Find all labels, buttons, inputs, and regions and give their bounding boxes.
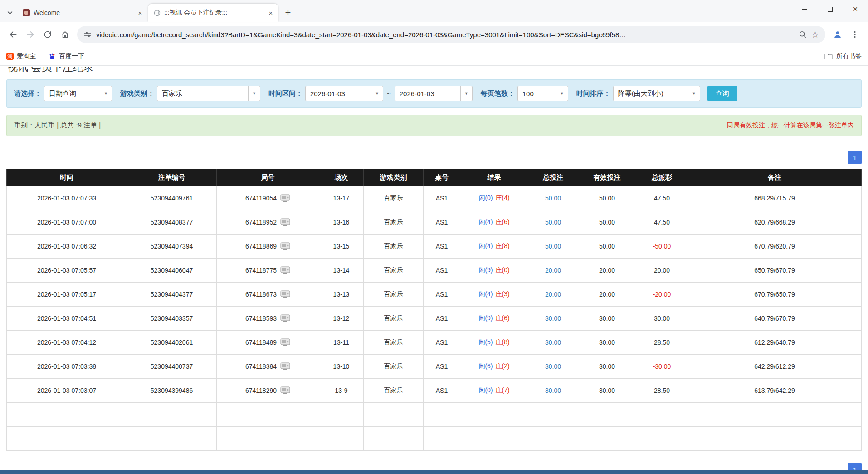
player-result: 闲(6) — [478, 362, 493, 370]
query-type-select[interactable]: 日期查询 ▼ — [44, 86, 112, 101]
total-bet-link[interactable]: 50.00 — [545, 219, 561, 226]
tab-search-button[interactable] — [3, 4, 17, 22]
bet-table-body: 2026-01-03 07:07:33 523094409761 6741190… — [7, 186, 862, 403]
video-replay-icon[interactable] — [280, 314, 290, 323]
cell-payout: -30.00 — [636, 355, 688, 379]
profile-button[interactable] — [829, 26, 846, 43]
cell-session: 13-15 — [319, 235, 364, 259]
maximize-button[interactable] — [817, 0, 843, 18]
bookmark-baidu[interactable]: 百度一下 — [49, 52, 84, 60]
reload-button[interactable] — [39, 26, 56, 43]
cell-bet-id: 523094400737 — [127, 355, 217, 379]
video-replay-icon[interactable] — [280, 242, 290, 250]
video-replay-icon[interactable] — [280, 338, 290, 347]
cell-result: 闲(9)庄(6) — [460, 307, 528, 331]
grand-total-payout: 102.00 — [636, 427, 688, 451]
table-row: 2026-01-03 07:07:33 523094409761 6741190… — [7, 186, 862, 210]
date-end-input[interactable]: 2026-01-03 ▼ — [395, 86, 473, 101]
total-bet-link[interactable]: 30.00 — [545, 363, 561, 370]
cell-table-no: AS1 — [424, 331, 460, 355]
player-result: 闲(9) — [478, 266, 493, 274]
tab-close-icon[interactable]: × — [136, 9, 144, 17]
cell-time: 2026-01-03 07:05:17 — [7, 283, 127, 307]
cell-time: 2026-01-03 07:07:00 — [7, 210, 127, 235]
video-replay-icon[interactable] — [280, 290, 290, 298]
menu-button[interactable] — [846, 26, 863, 43]
game-category-select[interactable]: 百家乐 ▼ — [157, 86, 260, 101]
cell-total-bet: 30.00 — [528, 307, 578, 331]
video-replay-icon[interactable] — [280, 362, 290, 371]
minimize-icon — [802, 9, 807, 10]
video-replay-icon[interactable] — [280, 194, 290, 202]
cell-note: 668.29/715.79 — [688, 186, 862, 210]
total-bet-link[interactable]: 30.00 — [545, 315, 561, 322]
cell-valid-bet: 50.00 — [578, 235, 636, 259]
tab-welcome[interactable]: Welcome × — [17, 4, 148, 22]
table-row: 2026-01-03 07:04:12 523094402061 6741184… — [7, 331, 862, 355]
player-result: 闲(4) — [478, 290, 493, 298]
cell-total-bet: 50.00 — [528, 210, 578, 235]
bookmark-star-icon[interactable]: ☆ — [811, 29, 819, 40]
cell-payout: 28.50 — [636, 331, 688, 355]
cell-game-category: 百家乐 — [364, 307, 424, 331]
all-bookmarks-button[interactable]: 所有书签 — [817, 52, 862, 60]
minimize-button[interactable] — [792, 0, 817, 18]
cell-time: 2026-01-03 07:05:57 — [7, 259, 127, 283]
cell-table-no: AS1 — [424, 186, 460, 210]
reload-icon — [43, 30, 52, 39]
cell-result: 闲(0)庄(4) — [460, 186, 528, 210]
address-bar[interactable]: videoie.com/game/betrecord_search/kind3?… — [77, 26, 825, 43]
site-settings-icon[interactable] — [83, 30, 92, 39]
home-button[interactable] — [56, 26, 73, 43]
empty-cell — [424, 427, 460, 451]
subtotal-valid-bet: 310.00 — [578, 403, 636, 427]
total-bet-link[interactable]: 50.00 — [545, 243, 561, 250]
zoom-icon[interactable] — [799, 30, 807, 39]
new-tab-button[interactable]: + — [281, 6, 295, 20]
total-bet-link[interactable]: 30.00 — [545, 339, 561, 346]
search-button[interactable]: 查询 — [707, 86, 737, 101]
back-button[interactable] — [5, 26, 22, 43]
empty-cell — [460, 403, 528, 427]
total-bet-link[interactable]: 20.00 — [545, 267, 561, 274]
page-size-label: 每页笔数： — [481, 89, 515, 98]
cell-round: 674118869 — [217, 235, 319, 259]
page-title: 视讯 会员下注纪录 — [7, 67, 868, 74]
total-bet-link[interactable]: 30.00 — [545, 387, 561, 394]
video-replay-icon[interactable] — [280, 386, 290, 395]
cell-payout: 47.50 — [636, 186, 688, 210]
cell-round: 674118593 — [217, 307, 319, 331]
total-bet-link[interactable]: 50.00 — [545, 195, 561, 202]
cell-payout: 28.50 — [636, 379, 688, 403]
player-result: 闲(5) — [478, 338, 493, 346]
home-icon — [60, 30, 70, 39]
cell-result: 闲(4)庄(3) — [460, 283, 528, 307]
table-row: 2026-01-03 07:05:17 523094404377 6741186… — [7, 283, 862, 307]
page-size-select[interactable]: 100 ▼ — [517, 86, 568, 101]
cell-session: 13-12 — [319, 307, 364, 331]
video-replay-icon[interactable] — [280, 218, 290, 226]
subtotal-count: 9 — [127, 403, 217, 427]
cell-note: 620.79/668.29 — [688, 210, 862, 235]
bet-table-head-row: 时间注单编号局号场次游戏类别桌号结果总投注有效投注总派彩备注 — [7, 169, 862, 186]
page-1-button[interactable]: 1 — [848, 151, 862, 164]
cell-valid-bet: 30.00 — [578, 331, 636, 355]
subtotal-row: 小计 9 310.00 310.00 102.00 — [7, 403, 862, 427]
grand-total-row: 总计 9 310.00 310.00 102.00 — [7, 427, 862, 451]
close-button[interactable]: × — [843, 0, 868, 18]
column-header: 桌号 — [424, 169, 460, 186]
forward-button[interactable] — [22, 26, 39, 43]
tab-close-icon[interactable]: × — [267, 9, 275, 17]
filter-bar: 请选择： 日期查询 ▼ 游戏类别： 百家乐 ▼ 时间区间： 2026-01-03… — [6, 79, 862, 108]
cell-round: 674118673 — [217, 283, 319, 307]
tab-betrecord[interactable]: :::视讯 会员下注纪录::: × — [148, 4, 278, 22]
subtotal-total-bet: 310.00 — [528, 403, 578, 427]
date-start-input[interactable]: 2026-01-03 ▼ — [305, 86, 383, 101]
player-result: 闲(4) — [478, 242, 493, 249]
cell-payout: 47.50 — [636, 210, 688, 235]
cell-game-category: 百家乐 — [364, 331, 424, 355]
bookmark-taobao[interactable]: 淘 爱淘宝 — [6, 52, 36, 60]
video-replay-icon[interactable] — [280, 266, 290, 274]
sort-order-select[interactable]: 降幂(由大到小) ▼ — [613, 86, 700, 101]
total-bet-link[interactable]: 20.00 — [545, 291, 561, 298]
